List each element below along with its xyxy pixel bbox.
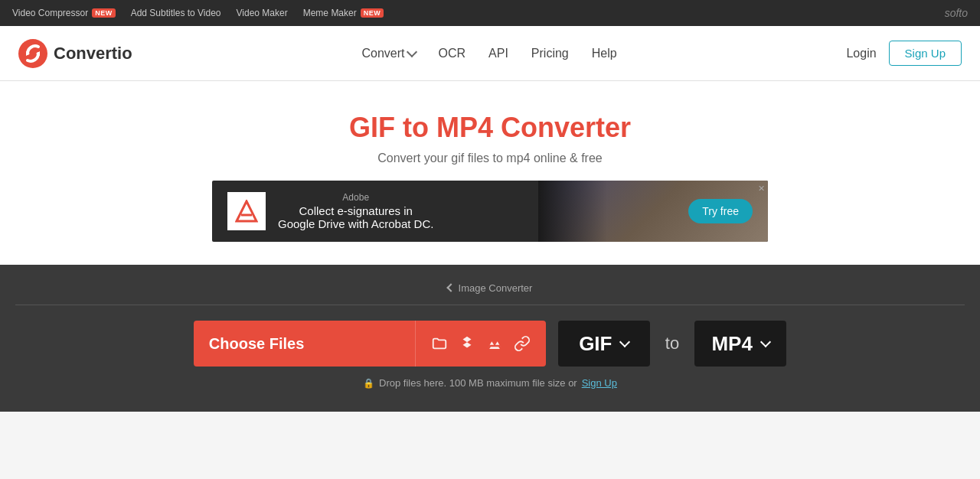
nav-help-label: Help — [592, 47, 617, 60]
drop-hint-text: Drop files here. 100 MB maximum file siz… — [379, 377, 577, 389]
topbar-meme-maker-label: Meme Maker — [303, 8, 357, 18]
logo-text: Convertio — [54, 44, 132, 64]
topbar-video-maker[interactable]: Video Maker — [237, 8, 288, 18]
source-format-selector[interactable]: GIF — [558, 321, 650, 367]
topbar-meme-maker-badge: NEW — [361, 8, 384, 18]
ad-brand-label: Adobe — [278, 192, 433, 203]
sign-up-link[interactable]: Sign Up — [582, 377, 617, 389]
source-format-chevron-icon — [619, 337, 630, 347]
converter-section: Image Converter Choose Files — [0, 265, 980, 412]
folder-icon[interactable] — [431, 335, 448, 352]
target-format-chevron-icon — [760, 337, 771, 347]
converter-controls: Choose Files — [145, 321, 835, 367]
nav-pricing-label: Pricing — [531, 47, 569, 60]
lock-icon: 🔒 — [363, 378, 374, 389]
target-format-label: MP4 — [711, 332, 752, 356]
ad-left: Adobe Collect e-signatures inGoogle Driv… — [212, 181, 449, 242]
target-format-selector[interactable]: MP4 — [694, 321, 786, 367]
breadcrumb-link[interactable]: Image Converter — [448, 282, 533, 294]
choose-files-button[interactable]: Choose Files — [194, 321, 546, 367]
top-bar-links: Video Compressor NEW Add Subtitles to Vi… — [12, 8, 384, 18]
nav-api[interactable]: API — [488, 47, 508, 60]
nav-ocr-label: OCR — [439, 47, 466, 60]
logo-icon — [18, 39, 47, 68]
converter-breadcrumb: Image Converter — [15, 280, 965, 305]
topbar-video-compressor-label: Video Compressor — [12, 8, 88, 18]
nav-pricing[interactable]: Pricing — [531, 47, 569, 60]
ad-main-text: Collect e-signatures inGoogle Drive with… — [278, 204, 433, 230]
google-drive-icon[interactable] — [486, 335, 503, 352]
svg-point-0 — [18, 39, 47, 68]
topbar-add-subtitles-label: Add Subtitles to Video — [131, 8, 221, 18]
login-button[interactable]: Login — [846, 47, 876, 60]
topbar-brand: softo — [945, 7, 968, 19]
ad-close-icon[interactable]: ✕ — [758, 184, 765, 194]
nav-convert[interactable]: Convert — [361, 47, 415, 60]
navbar: Convertio Convert OCR API Pricing Help L… — [0, 26, 980, 81]
nav-ocr[interactable]: OCR — [439, 47, 466, 60]
link-icon[interactable] — [514, 335, 531, 352]
nav-convert-label: Convert — [361, 47, 404, 60]
drop-hint: 🔒 Drop files here. 100 MB maximum file s… — [15, 377, 965, 389]
topbar-add-subtitles[interactable]: Add Subtitles to Video — [131, 8, 221, 18]
nav-help[interactable]: Help — [592, 47, 617, 60]
ad-try-free-button[interactable]: Try free — [688, 199, 753, 223]
nav-api-label: API — [488, 47, 508, 60]
topbar-meme-maker[interactable]: Meme Maker NEW — [303, 8, 384, 18]
hero-section: GIF to MP4 Converter Convert your gif fi… — [0, 81, 980, 265]
to-label: to — [662, 334, 682, 354]
upload-icons — [415, 321, 546, 367]
topbar-video-compressor[interactable]: Video Compressor NEW — [12, 8, 116, 18]
logo[interactable]: Convertio — [18, 39, 132, 68]
nav-links: Convert OCR API Pricing Help — [361, 47, 616, 60]
signup-button[interactable]: Sign Up — [889, 41, 962, 66]
top-bar: Video Compressor NEW Add Subtitles to Vi… — [0, 0, 980, 26]
adobe-logo — [227, 192, 266, 230]
topbar-video-maker-label: Video Maker — [237, 8, 288, 18]
breadcrumb-label: Image Converter — [459, 282, 533, 294]
ad-text-block: Adobe Collect e-signatures inGoogle Driv… — [278, 192, 433, 230]
hero-title: GIF to MP4 Converter — [15, 112, 965, 144]
ad-banner: Adobe Collect e-signatures inGoogle Driv… — [212, 181, 768, 242]
hero-subtitle: Convert your gif files to mp4 online & f… — [15, 152, 965, 165]
ad-photo: Try free ✕ — [538, 181, 768, 242]
choose-files-label: Choose Files — [194, 335, 415, 353]
chevron-left-icon — [446, 283, 455, 292]
source-format-label: GIF — [579, 332, 612, 356]
chevron-down-icon — [406, 47, 416, 57]
nav-actions: Login Sign Up — [846, 41, 962, 66]
topbar-video-compressor-badge: NEW — [92, 8, 116, 18]
dropbox-icon[interactable] — [459, 335, 475, 352]
